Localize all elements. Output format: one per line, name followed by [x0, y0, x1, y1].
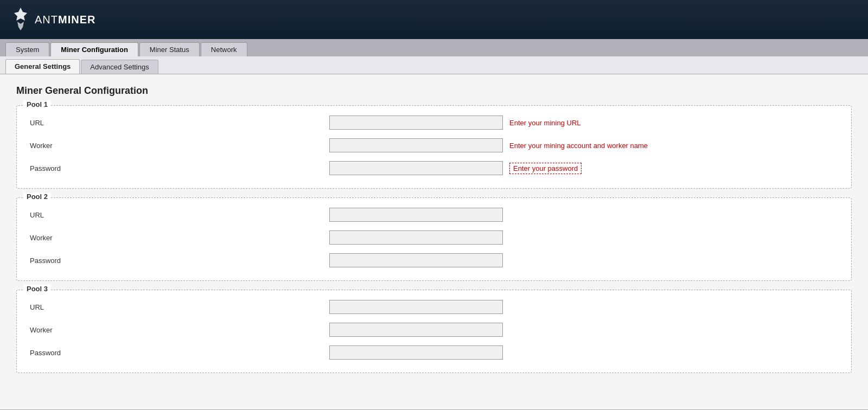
- pool2-url-input[interactable]: [329, 208, 503, 222]
- pool-3-section: Pool 3 URL Worker Password: [16, 290, 852, 373]
- pool1-worker-hint: Enter your mining account and worker nam…: [509, 142, 648, 150]
- pool1-url-label: URL: [25, 119, 329, 127]
- pool1-password-label: Password: [25, 164, 329, 172]
- sub-tab-advanced-settings[interactable]: Advanced Settings: [81, 60, 158, 74]
- pool1-password-hint: Enter your password: [509, 163, 582, 174]
- pool-3-legend: Pool 3: [23, 285, 51, 293]
- pool2-password-input[interactable]: [329, 253, 503, 267]
- sub-tabs-bar: General Settings Advanced Settings: [0, 56, 868, 74]
- pool1-url-row: URL Enter your mining URL: [25, 111, 843, 134]
- pool3-worker-input[interactable]: [329, 323, 503, 337]
- pool-1-section: Pool 1 URL Enter your mining URL Worker …: [16, 105, 852, 189]
- pool3-worker-label: Worker: [25, 326, 329, 334]
- pool1-url-input[interactable]: [329, 116, 503, 130]
- pool3-password-label: Password: [25, 349, 329, 357]
- pool1-password-input[interactable]: [329, 161, 503, 175]
- antminer-logo-icon: [11, 7, 30, 33]
- pool1-worker-label: Worker: [25, 142, 329, 150]
- nav-tab-system[interactable]: System: [5, 42, 49, 56]
- logo: ANTMINER: [11, 7, 95, 33]
- pool2-worker-label: Worker: [25, 234, 329, 242]
- pool1-worker-row: Worker Enter your mining account and wor…: [25, 134, 843, 157]
- pool3-worker-row: Worker: [25, 318, 843, 341]
- pool1-password-row: Password Enter your password: [25, 157, 843, 180]
- pool2-url-label: URL: [25, 211, 329, 219]
- pool2-password-label: Password: [25, 257, 329, 265]
- pool2-url-row: URL: [25, 203, 843, 226]
- pool3-password-input[interactable]: [329, 345, 503, 360]
- pool-1-legend: Pool 1: [23, 100, 51, 108]
- pool3-password-row: Password: [25, 341, 843, 364]
- pool-2-legend: Pool 2: [23, 193, 51, 201]
- pool1-url-hint: Enter your mining URL: [509, 119, 581, 127]
- pool-2-section: Pool 2 URL Worker Password: [16, 197, 852, 281]
- pool1-worker-input[interactable]: [329, 138, 503, 152]
- pool3-url-input[interactable]: [329, 300, 503, 314]
- sub-tab-general-settings[interactable]: General Settings: [5, 59, 80, 74]
- pool2-worker-row: Worker: [25, 226, 843, 249]
- nav-tabs-bar: System Miner Configuration Miner Status …: [0, 39, 868, 56]
- main-content: Miner General Configuration Pool 1 URL E…: [0, 74, 868, 409]
- logo-text: ANTMINER: [35, 14, 95, 26]
- nav-tab-miner-status[interactable]: Miner Status: [139, 42, 200, 56]
- header: ANTMINER: [0, 0, 868, 39]
- pool2-password-row: Password: [25, 249, 843, 272]
- pool2-worker-input[interactable]: [329, 230, 503, 245]
- nav-tab-miner-configuration[interactable]: Miner Configuration: [50, 42, 138, 56]
- nav-tab-network[interactable]: Network: [201, 42, 247, 56]
- pool3-url-label: URL: [25, 303, 329, 311]
- page-title: Miner General Configuration: [16, 85, 852, 97]
- pool3-url-row: URL: [25, 296, 843, 318]
